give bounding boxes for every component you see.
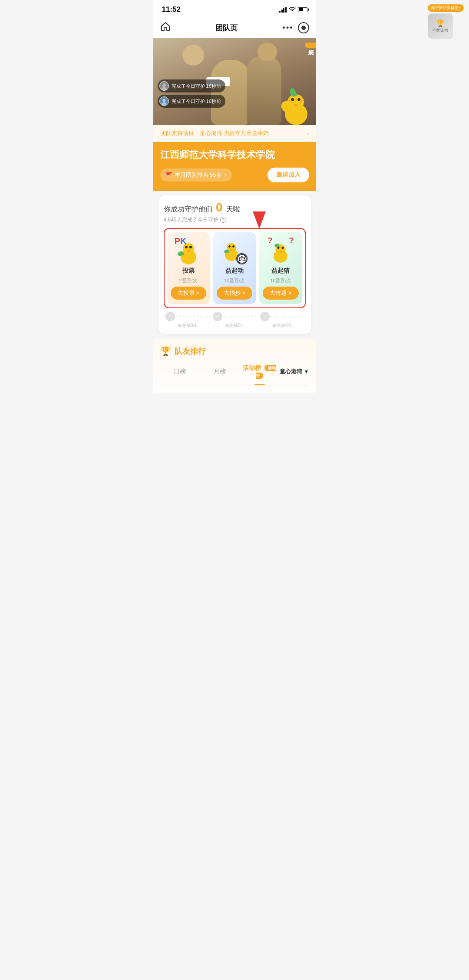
protect-suffix: 天啦 xyxy=(226,205,240,213)
trophy-icon: 🏆 xyxy=(160,346,171,356)
home-icon[interactable] xyxy=(160,22,171,34)
battery-icon xyxy=(298,7,307,12)
stats-subtext: 4,645人完成了今日守护 ? xyxy=(164,216,306,224)
progress-circle-2: ✓ xyxy=(213,312,222,321)
project-banner[interactable]: 团队支持项目：童心港湾·为留守儿童送牛奶 › xyxy=(153,125,316,142)
progress-label-1: 未完成0/1 xyxy=(178,323,197,329)
progress-circle-1: ✓ xyxy=(165,312,175,321)
svg-point-4 xyxy=(162,99,165,102)
notif-text-1: 完成了今日守护 16秒前 xyxy=(172,83,221,89)
invite-button[interactable]: 邀请加入 xyxy=(268,168,309,182)
status-bar: 11:52 xyxy=(153,0,316,17)
vote-button[interactable]: 去投票 > xyxy=(171,287,206,300)
progress-circle-3: ✓ xyxy=(260,312,270,321)
vote-cost: 2爱豆/次 xyxy=(179,277,198,284)
svg-marker-6 xyxy=(253,211,266,229)
ranking-tabs: 日榜 月榜 活动榜 活动中 童心港湾 ▼ xyxy=(160,362,309,386)
project-arrow-icon: › xyxy=(307,130,309,137)
progress-row: ✓ 未完成0/1 ✓ 未完成0/1 ✓ 未完成0/1 xyxy=(164,312,306,329)
project-text: 团队支持项目：童心港湾·为留守儿童送牛奶 xyxy=(160,129,305,137)
activities-container: PK 投票 2爱豆/次 去投票 > xyxy=(164,228,306,308)
team-name: 江西师范大学科学技术学院 xyxy=(160,149,309,162)
status-time: 11:52 xyxy=(162,5,181,14)
svg-point-1 xyxy=(162,84,165,87)
activity-vote: PK 投票 2爱豆/次 去投票 > xyxy=(167,232,210,304)
flag-icon: 🚩 xyxy=(165,172,172,178)
orange-section: 江西师范大学科学技术学院 🚩 本月团队排名 55名 › 邀请加入 xyxy=(153,142,316,191)
progress-item-1: ✓ 未完成0/1 xyxy=(165,312,209,329)
rule-button[interactable]: 规则 xyxy=(305,43,316,48)
check-icon-2: ✓ xyxy=(215,313,219,319)
guess-button[interactable]: 去猜题 > xyxy=(263,287,298,300)
notification-1: 完成了今日守护 16秒前 xyxy=(158,79,225,92)
page-title: 团队页 xyxy=(215,23,238,33)
protect-days: 0 xyxy=(216,201,223,214)
check-icon-3: ✓ xyxy=(263,313,267,319)
protect-stat: 你成功守护他们 0 天啦 xyxy=(164,201,240,214)
filter-label: 童心港湾 xyxy=(280,368,302,376)
vote-name: 投票 xyxy=(182,267,195,275)
ranking-badge[interactable]: 🚩 本月团队排名 55名 › xyxy=(160,168,232,181)
notif-avatar-1 xyxy=(159,81,169,91)
team-meta: 🚩 本月团队排名 55名 › 邀请加入 xyxy=(160,168,309,182)
nav-bar: 团队页 ••• xyxy=(153,17,316,38)
activities-grid: PK 投票 2爱豆/次 去投票 > xyxy=(167,232,302,304)
steps-name: 益起动 xyxy=(225,267,244,275)
guess-cost: 10爱豆/次 xyxy=(270,277,291,284)
ranking-header: 🏆 队友排行 xyxy=(160,346,309,356)
mascot-chick xyxy=(281,90,312,125)
ranking-arrow-icon: › xyxy=(225,172,227,178)
dropdown-arrow-icon: ▼ xyxy=(304,369,309,375)
ranking-text: 本月团队排名 55名 xyxy=(175,171,222,179)
status-icons xyxy=(279,7,307,13)
notif-text-2: 完成了今日守护 16秒前 xyxy=(172,98,221,105)
activity-guess: ? ? 益起猜 10爱豆/次 去猜题 > xyxy=(259,232,302,304)
steps-cost: 10爱豆/次 xyxy=(224,277,245,284)
activity-notifications: 完成了今日守护 16秒前 完成了今日守护 16秒前 xyxy=(158,79,225,108)
ranking-section: 🏆 队友排行 日榜 月榜 活动榜 活动中 童心港湾 ▼ xyxy=(153,339,316,393)
notif-avatar-2 xyxy=(159,96,169,106)
notification-2: 完成了今日守护 16秒前 xyxy=(158,95,225,108)
more-button[interactable]: ••• xyxy=(283,23,294,33)
check-icon-1: ✓ xyxy=(168,313,172,319)
nav-actions: ••• xyxy=(283,22,309,33)
stats-count: 4,645人完成了今日守护 xyxy=(164,216,218,224)
svg-point-5 xyxy=(162,102,166,106)
ranking-title: 队友排行 xyxy=(175,346,206,356)
info-icon: ? xyxy=(220,217,226,223)
progress-label-2: 未完成0/1 xyxy=(225,323,244,329)
protect-prefix: 你成功守护他们 xyxy=(164,205,212,213)
stats-header: 你成功守护他们 0 天啦 再守护30天解锁~ 🏆 守护证书 xyxy=(164,201,306,214)
progress-item-2: ✓ 未完成0/1 xyxy=(213,312,257,329)
wifi-icon xyxy=(289,7,296,13)
guess-mascot: ? ? xyxy=(267,237,294,264)
progress-item-3: ✓ 未完成0/1 xyxy=(260,312,304,329)
stats-activities-card: 你成功守护他们 0 天啦 再守护30天解锁~ 🏆 守护证书 4,645人完成了今… xyxy=(159,195,311,334)
hero-section: 完成了今日守护 16秒前 完成了今日守护 16秒前 规则 xyxy=(153,38,316,125)
tab-activity[interactable]: 活动榜 活动中 xyxy=(240,362,280,382)
activity-steps: 益起动 10爱豆/次 去捐步 > xyxy=(213,232,256,304)
tab-monthly[interactable]: 月榜 xyxy=(200,365,240,378)
filter-dropdown[interactable]: 童心港湾 ▼ xyxy=(280,368,309,376)
progress-label-3: 未完成0/1 xyxy=(272,323,291,329)
tab-daily[interactable]: 日榜 xyxy=(160,365,200,378)
red-arrow xyxy=(248,209,270,233)
guess-name: 益起猜 xyxy=(271,267,290,275)
steps-button[interactable]: 去捐步 > xyxy=(217,287,252,300)
signal-icon xyxy=(279,7,287,13)
steps-mascot xyxy=(221,237,248,264)
record-button[interactable] xyxy=(298,22,309,33)
svg-point-2 xyxy=(162,87,166,90)
vote-mascot: PK xyxy=(175,237,202,264)
